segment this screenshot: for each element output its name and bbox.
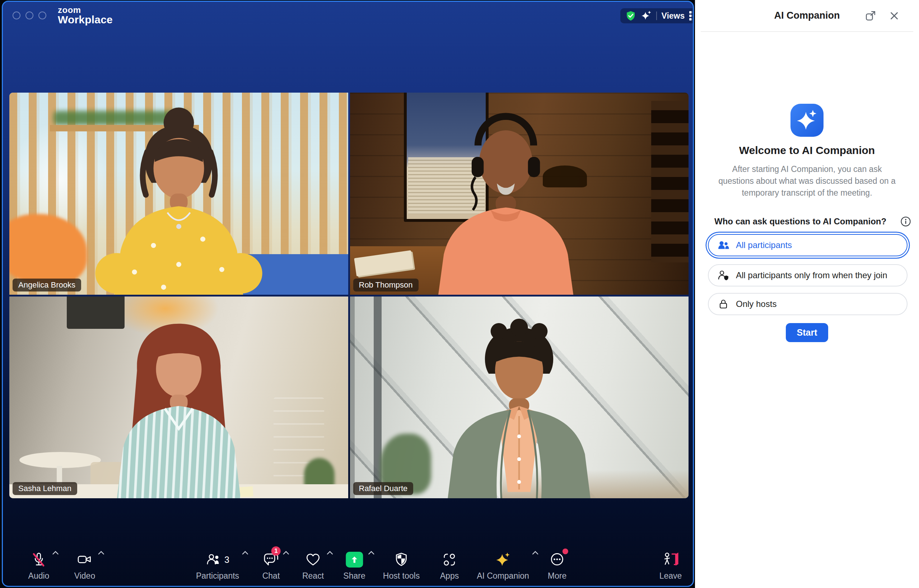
option-participants-from-join[interactable]: All participants only from when they joi… <box>708 264 908 286</box>
ai-companion-panel: AI Companion Welcome to AI Companion Aft… <box>695 0 919 588</box>
option-only-hosts[interactable]: Only hosts <box>708 293 908 315</box>
option-label: Only hosts <box>736 299 777 309</box>
participant-name-tag: Sasha Lehman <box>13 482 77 495</box>
video-tile-rafael-duarte[interactable]: Rafael Duarte <box>350 297 689 499</box>
topbar-divider <box>656 11 657 20</box>
chat-unread-badge: 1 <box>271 546 281 556</box>
participant-name-tag: Angelica Brooks <box>13 279 81 291</box>
video-label: Video <box>74 571 95 581</box>
shield-check-icon[interactable] <box>625 10 636 21</box>
participant-video-rafael <box>393 310 646 498</box>
window-zoom-button[interactable] <box>39 11 46 19</box>
ai-companion-icon <box>495 552 511 567</box>
window-close-button[interactable] <box>13 11 21 19</box>
more-button[interactable]: More <box>548 550 567 581</box>
chat-label: Chat <box>262 571 280 581</box>
share-label: Share <box>343 571 365 581</box>
participant-name: Angelica Brooks <box>18 280 75 290</box>
start-button[interactable]: Start <box>786 323 828 342</box>
more-label: More <box>548 571 567 581</box>
host-tools-icon <box>393 551 410 568</box>
meeting-toolbar: Audio Video <box>3 546 693 586</box>
video-caret[interactable] <box>98 551 105 555</box>
sparkle-icon <box>796 109 818 131</box>
logo-product-text: Workplace <box>58 15 113 26</box>
ai-companion-app-icon <box>790 104 824 137</box>
question-label: Who can ask questions to AI Companion? <box>714 216 886 226</box>
option-label: All participants <box>736 240 792 250</box>
heart-icon <box>305 551 321 568</box>
logo-brand-text: zoom <box>58 6 113 15</box>
sparkle-icon[interactable] <box>641 10 652 21</box>
welcome-heading: Welcome to AI Companion <box>695 144 919 157</box>
chat-caret[interactable] <box>283 551 289 555</box>
ask-permission-options: All participants All participants only f… <box>708 234 908 321</box>
participant-video-sasha <box>52 310 305 498</box>
person-shield-icon <box>717 269 730 281</box>
leave-button[interactable]: Leave <box>659 550 682 581</box>
participants-count: 3 <box>225 555 229 565</box>
participant-name: Rob Thompson <box>359 280 413 290</box>
mic-off-icon <box>31 551 47 568</box>
apps-button[interactable]: Apps <box>440 550 459 581</box>
participant-name: Rafael Duarte <box>359 484 408 493</box>
panel-header: AI Companion <box>695 0 919 32</box>
meeting-topbar-controls: Views <box>620 8 694 23</box>
participant-name-tag: Rafael Duarte <box>353 482 413 495</box>
leave-label: Leave <box>659 571 682 581</box>
audio-caret[interactable] <box>52 551 58 555</box>
video-tile-angelica-brooks[interactable]: Angelica Brooks <box>9 93 348 295</box>
react-caret[interactable] <box>327 551 333 555</box>
leave-icon <box>662 551 679 568</box>
share-caret[interactable] <box>368 551 375 555</box>
participant-name-tag: Rob Thompson <box>353 279 418 291</box>
video-button[interactable]: Video <box>74 550 95 581</box>
react-button[interactable]: React <box>302 550 324 581</box>
lock-icon <box>717 298 730 310</box>
views-button-label[interactable]: Views <box>662 11 685 21</box>
audio-button[interactable]: Audio <box>28 550 50 581</box>
host-tools-button[interactable]: Host tools <box>383 550 420 581</box>
host-tools-label: Host tools <box>383 571 420 581</box>
video-tile-rob-thompson[interactable]: Rob Thompson <box>350 93 689 295</box>
share-button[interactable]: Share <box>343 550 365 581</box>
video-tile-sasha-lehman[interactable]: Sasha Lehman <box>9 297 348 499</box>
ai-companion-caret[interactable] <box>532 551 538 555</box>
popout-icon[interactable] <box>864 10 877 22</box>
meeting-window: zoom Workplace Views <box>2 1 694 587</box>
apps-icon <box>441 551 458 568</box>
video-gallery: Angelica Brooks Ro <box>9 93 688 498</box>
welcome-body: After starting AI Companion, you can ask… <box>714 163 900 199</box>
panel-title: AI Companion <box>695 10 919 21</box>
audio-label: Audio <box>28 571 50 581</box>
apps-label: Apps <box>440 571 459 581</box>
participant-video-rob <box>379 106 632 295</box>
participants-button[interactable]: 3 Participants <box>196 550 239 581</box>
participants-icon <box>206 552 221 567</box>
participant-name: Sasha Lehman <box>18 484 71 493</box>
close-icon[interactable] <box>888 10 900 22</box>
ai-companion-button[interactable]: AI Companion <box>477 550 529 581</box>
participants-icon <box>717 239 730 251</box>
grid-icon[interactable] <box>689 11 694 21</box>
option-all-participants[interactable]: All participants <box>708 234 908 256</box>
ai-companion-label: AI Companion <box>477 571 529 581</box>
window-minimize-button[interactable] <box>26 11 33 19</box>
background-scene <box>350 297 355 499</box>
more-notification-dot <box>562 549 568 554</box>
background-scene <box>651 101 688 262</box>
participant-video-angelica <box>52 106 305 295</box>
info-icon[interactable] <box>900 216 911 227</box>
chat-button[interactable]: 1 Chat <box>262 550 280 581</box>
zoom-workplace-logo: zoom Workplace <box>58 6 113 26</box>
option-label: All participants only from when they joi… <box>736 270 887 280</box>
react-label: React <box>302 571 324 581</box>
camera-icon <box>76 551 93 568</box>
participants-label: Participants <box>196 571 239 581</box>
panel-header-divider <box>701 31 913 32</box>
share-icon <box>346 552 363 567</box>
participants-caret[interactable] <box>242 551 249 555</box>
